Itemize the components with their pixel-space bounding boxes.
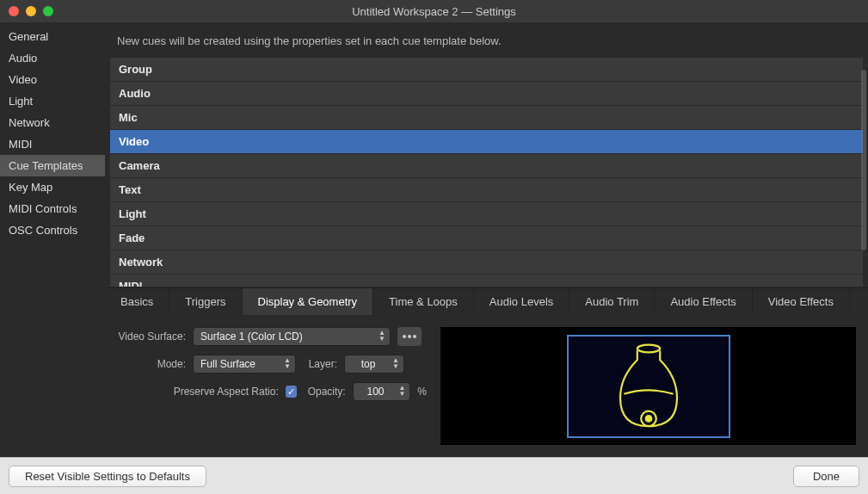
titlebar: Untitled Workspace 2 — Settings — [0, 0, 868, 22]
template-list: GroupAudioMicVideoCameraTextLightFadeNet… — [105, 58, 868, 287]
mode-label: Mode: — [117, 358, 186, 370]
tab-audio-effects[interactable]: Audio Effects — [655, 288, 752, 315]
stepper-icon: ▲▼ — [392, 357, 399, 369]
template-row-mic[interactable]: Mic — [110, 106, 863, 129]
sidebar: GeneralAudioVideoLightNetworkMIDICue Tem… — [0, 22, 105, 457]
surface-more-button[interactable] — [397, 327, 422, 346]
main-panel: New cues will be created using the prope… — [105, 22, 868, 457]
minimize-icon[interactable] — [26, 6, 36, 16]
preserve-aspect-label: Preserve Aspect Ratio: — [117, 386, 279, 398]
mode-select[interactable]: Full Surface ▲▼ — [193, 355, 296, 374]
footer: Reset Visible Settings to Defaults Done — [0, 457, 868, 494]
maximize-icon[interactable] — [43, 6, 53, 16]
sidebar-item-midi[interactable]: MIDI — [0, 133, 105, 155]
sidebar-item-network[interactable]: Network — [0, 112, 105, 133]
tab-triggers[interactable]: Triggers — [169, 288, 242, 315]
sidebar-item-general[interactable]: General — [0, 26, 105, 47]
reset-button[interactable]: Reset Visible Settings to Defaults — [9, 466, 206, 487]
template-row-audio[interactable]: Audio — [110, 82, 863, 105]
tab-basics[interactable]: Basics — [105, 288, 169, 315]
template-row-fade[interactable]: Fade — [110, 226, 863, 250]
sidebar-item-key-map[interactable]: Key Map — [0, 176, 105, 198]
sidebar-item-cue-templates[interactable]: Cue Templates — [0, 155, 105, 176]
sidebar-item-video[interactable]: Video — [0, 69, 105, 90]
window-controls — [9, 6, 53, 16]
preserve-aspect-checkbox[interactable]: ✓ — [286, 386, 297, 398]
updown-icon: ▲▼ — [284, 357, 291, 369]
tab-audio-trim[interactable]: Audio Trim — [569, 288, 655, 315]
layer-input[interactable]: top ▲▼ — [344, 355, 404, 374]
video-surface-label: Video Surface: — [117, 330, 186, 343]
close-icon[interactable] — [9, 6, 19, 16]
tab-video-effects[interactable]: Video Effects — [753, 288, 850, 315]
tab-bar: BasicsTriggersDisplay & GeometryTime & L… — [105, 287, 868, 315]
svg-point-0 — [637, 344, 659, 352]
template-row-network[interactable]: Network — [110, 250, 863, 274]
opacity-input[interactable]: 100 ▲▼ — [353, 382, 411, 401]
surface-preview — [440, 327, 856, 445]
video-surface-value: Surface 1 (Color LCD) — [200, 330, 303, 343]
svg-point-2 — [645, 416, 651, 422]
scrollbar[interactable] — [861, 70, 866, 250]
template-row-midi[interactable]: MIDI — [110, 275, 863, 287]
template-row-text[interactable]: Text — [110, 178, 863, 201]
template-row-group[interactable]: Group — [110, 58, 863, 81]
hint-text: New cues will be created using the prope… — [105, 22, 868, 58]
layer-value: top — [361, 358, 376, 370]
sidebar-item-light[interactable]: Light — [0, 90, 105, 112]
sidebar-item-osc-controls[interactable]: OSC Controls — [0, 219, 105, 241]
tab-time-loops[interactable]: Time & Loops — [373, 288, 474, 315]
window-title: Untitled Workspace 2 — Settings — [0, 5, 868, 18]
stepper-icon: ▲▼ — [398, 385, 405, 397]
opacity-label: Opacity: — [304, 386, 346, 398]
tab-display-geometry[interactable]: Display & Geometry — [243, 288, 374, 315]
video-surface-select[interactable]: Surface 1 (Color LCD) ▲▼ — [193, 327, 391, 346]
opacity-unit: % — [417, 386, 427, 398]
template-row-camera[interactable]: Camera — [110, 154, 863, 177]
flask-icon — [601, 339, 696, 434]
sidebar-item-audio[interactable]: Audio — [0, 47, 105, 69]
opacity-value: 100 — [366, 386, 384, 398]
tab-audio-levels[interactable]: Audio Levels — [474, 288, 569, 315]
template-row-light[interactable]: Light — [110, 202, 863, 225]
updown-icon: ▲▼ — [379, 330, 385, 342]
surface-frame — [567, 335, 730, 438]
done-button[interactable]: Done — [793, 466, 859, 487]
display-geometry-panel: Video Surface: Surface 1 (Color LCD) ▲▼ … — [105, 315, 868, 457]
layer-label: Layer: — [303, 358, 337, 370]
mode-value: Full Surface — [200, 358, 255, 370]
sidebar-item-midi-controls[interactable]: MIDI Controls — [0, 198, 105, 219]
template-row-video[interactable]: Video — [110, 130, 863, 153]
